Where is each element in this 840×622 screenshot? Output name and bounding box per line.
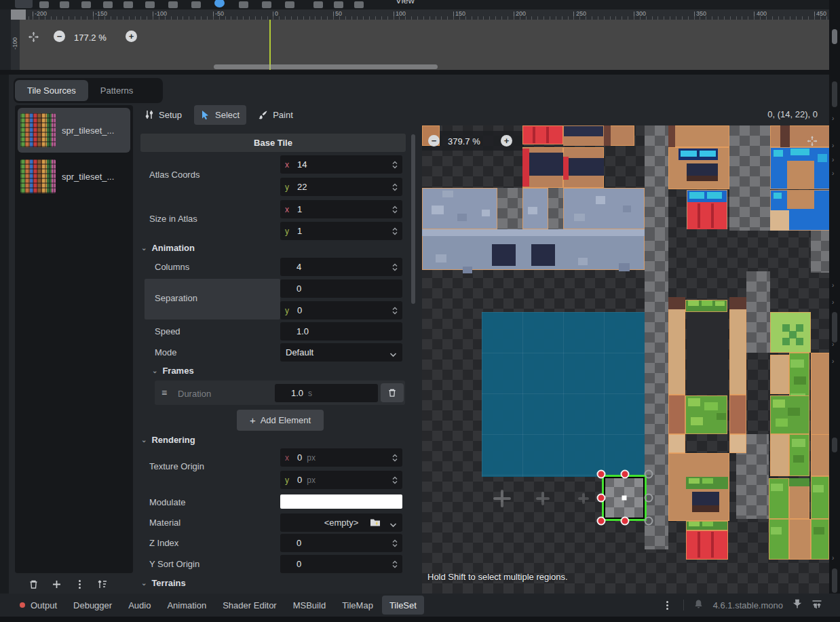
spinner-icon[interactable]: [392, 263, 398, 271]
inspector-scrollbar[interactable]: [411, 129, 415, 590]
chevron-right-icon[interactable]: ›: [832, 299, 834, 306]
dock-scrollbar-thumb[interactable]: [832, 312, 837, 343]
z-index-field[interactable]: 0: [280, 534, 402, 552]
atlas-zoom-level[interactable]: 379.7 %: [448, 136, 480, 147]
atlas-tile[interactable]: [729, 297, 746, 395]
material-field[interactable]: <empty>: [280, 513, 402, 532]
duration-field[interactable]: 1.0 s: [275, 384, 378, 402]
chevron-right-icon[interactable]: ›: [832, 358, 834, 365]
spinner-icon[interactable]: [392, 454, 398, 462]
selected-tile-outline[interactable]: [602, 475, 647, 521]
atlas-tile[interactable]: [770, 355, 789, 394]
bottom-tab-shader-editor[interactable]: Shader Editor: [215, 596, 284, 615]
toolbar-icon[interactable]: [191, 1, 201, 8]
atlas-tile[interactable]: [770, 434, 789, 476]
toolbar-icon[interactable]: [334, 1, 343, 8]
separation-y-field[interactable]: y 0: [280, 301, 402, 319]
atlas-tile[interactable]: [668, 297, 685, 395]
quick-load-icon[interactable]: [370, 518, 381, 529]
atlas-tile[interactable]: [668, 395, 685, 434]
frames-section-header[interactable]: ⌄ Frames: [152, 366, 194, 376]
resize-handle[interactable]: [645, 517, 653, 526]
spinner-icon[interactable]: [392, 183, 398, 191]
add-element-button[interactable]: + Add Element: [237, 410, 324, 431]
chevron-down-icon[interactable]: [389, 520, 397, 530]
atlas-coords-x-field[interactable]: x 14: [280, 155, 402, 174]
spinner-icon[interactable]: [392, 476, 398, 484]
toolbar-icon[interactable]: [123, 1, 133, 8]
bottom-tab-msbuild[interactable]: MSBuild: [286, 596, 333, 615]
atlas-view[interactable]: − 379.7 % + Hold Shift to select multipl…: [422, 125, 829, 594]
spinner-icon[interactable]: [392, 206, 398, 214]
chevron-right-icon[interactable]: ›: [832, 170, 834, 177]
toolbar-icon[interactable]: [168, 1, 178, 8]
texture-origin-x-field[interactable]: x 0 px: [280, 448, 402, 467]
selection-handle[interactable]: [597, 494, 606, 503]
toolbar-icon[interactable]: [103, 1, 113, 8]
selection-handle[interactable]: [621, 470, 630, 479]
atlas-reset-zoom-icon[interactable]: [806, 135, 820, 149]
notifications-bell-icon[interactable]: [693, 599, 704, 611]
zoom-level[interactable]: 177.2 %: [74, 33, 107, 43]
atlas-zoom-out-button[interactable]: −: [428, 135, 440, 147]
chevron-right-icon[interactable]: ›: [832, 282, 834, 289]
columns-field[interactable]: 4: [280, 258, 402, 276]
toolbar-icon[interactable]: [145, 1, 155, 8]
toolbar-icon[interactable]: [39, 1, 49, 8]
atlas-tile[interactable]: [729, 395, 746, 434]
spinner-icon[interactable]: [392, 227, 398, 235]
reset-zoom-icon[interactable]: [28, 31, 39, 45]
atlas-zoom-in-button[interactable]: +: [501, 135, 512, 147]
rendering-section-header[interactable]: ⌄ Rendering: [141, 435, 195, 445]
atlas-tile[interactable]: [668, 434, 685, 453]
selection-handle[interactable]: [597, 470, 606, 479]
panel-splitter[interactable]: [0, 70, 829, 75]
add-source-icon[interactable]: [50, 578, 62, 590]
delete-frame-button[interactable]: [381, 383, 404, 402]
atlas-tile[interactable]: [686, 530, 728, 560]
list-item-tileset-source[interactable]: spr_tileset_...: [18, 154, 130, 199]
zoom-in-button[interactable]: +: [126, 31, 137, 42]
pin-icon[interactable]: [793, 599, 802, 611]
delete-source-icon[interactable]: [27, 578, 39, 590]
spinner-icon[interactable]: [392, 161, 398, 169]
bottom-tab-animation[interactable]: Animation: [159, 596, 214, 615]
bottom-tab-output[interactable]: Output: [12, 596, 64, 615]
size-in-atlas-y-field[interactable]: y 1: [280, 222, 402, 240]
zoom-out-button[interactable]: −: [54, 31, 65, 42]
atlas-tile[interactable]: [729, 434, 746, 453]
atlas-tile[interactable]: [811, 519, 829, 560]
spinner-icon[interactable]: [392, 539, 398, 547]
atlas-tile[interactable]: [668, 125, 729, 147]
mode-dropdown[interactable]: Default: [280, 343, 402, 362]
dock-scrollbar-thumb[interactable]: [832, 568, 837, 593]
tab-tile-sources[interactable]: Tile Sources: [15, 80, 88, 101]
toolbar-active-tool-button[interactable]: [15, 0, 33, 8]
atlas-tile[interactable]: [811, 476, 829, 519]
atlas-tile[interactable]: [789, 519, 811, 560]
toolbar-icon[interactable]: [354, 1, 364, 8]
canvas-viewport[interactable]: − 177.2 % +: [20, 20, 829, 71]
spinner-icon[interactable]: [392, 307, 398, 315]
toolbar-icon[interactable]: [239, 1, 248, 8]
more-options-icon[interactable]: [73, 578, 85, 590]
separation-x-field[interactable]: 0: [280, 279, 402, 298]
toolbar-icon[interactable]: [285, 1, 294, 8]
atlas-tile[interactable]: [811, 434, 829, 476]
chevron-right-icon[interactable]: ›: [832, 142, 834, 149]
atlas-tile[interactable]: [811, 353, 829, 435]
texture-origin-y-field[interactable]: y 0 px: [280, 471, 402, 489]
atlas-coords-y-field[interactable]: y 22: [280, 178, 402, 196]
bottom-tab-debugger[interactable]: Debugger: [66, 596, 119, 615]
atlas-tile[interactable]: [522, 125, 563, 144]
chevron-right-icon[interactable]: ›: [832, 341, 834, 348]
tab-patterns[interactable]: Patterns: [88, 80, 145, 101]
spinner-icon[interactable]: [392, 560, 398, 568]
atlas-tile[interactable]: [563, 188, 645, 229]
view-menu[interactable]: View: [396, 0, 415, 5]
list-item-tileset-source[interactable]: spr_tileset_...: [18, 108, 130, 153]
size-in-atlas-x-field[interactable]: x 1: [280, 200, 402, 218]
modulate-color-swatch[interactable]: [280, 494, 402, 509]
chevron-right-icon[interactable]: ›: [832, 115, 834, 122]
dock-scrollbar-thumb[interactable]: [832, 81, 837, 107]
